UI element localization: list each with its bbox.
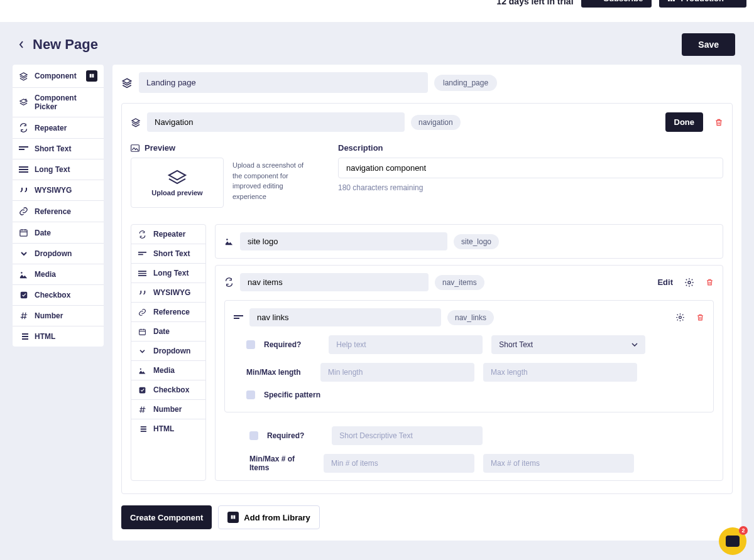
create-component-button[interactable]: Create Component [121, 505, 212, 529]
done-button[interactable]: Done [665, 112, 704, 132]
chars-remaining: 180 characters remaining [338, 183, 723, 192]
subscribe-label: Subscribe [604, 0, 643, 3]
field-site-logo: site_logo [215, 224, 723, 259]
upload-preview-box[interactable]: Upload preview [131, 158, 224, 208]
descriptive-text-input[interactable] [332, 426, 483, 445]
chat-badge: 2 [739, 526, 748, 535]
page-slug: landing_page [434, 75, 497, 91]
field-slug: site_logo [454, 234, 499, 249]
chat-button[interactable]: 2 [719, 527, 746, 555]
required-checkbox[interactable] [246, 340, 255, 349]
description-label: Description [338, 143, 723, 153]
max-length-input[interactable] [483, 363, 637, 382]
checkbox-icon [138, 386, 147, 394]
environment-label: Production [680, 0, 724, 3]
list-icon [138, 426, 147, 433]
palette-label: Checkbox [153, 385, 189, 394]
inner-palette-media[interactable]: Media [131, 361, 205, 380]
palette-component-picker[interactable]: Component Picker [13, 88, 104, 117]
hash-icon [138, 406, 147, 414]
repeat-icon [138, 230, 147, 239]
field-name-input[interactable] [240, 273, 429, 291]
palette-label: Number [153, 405, 182, 414]
palette-label: Repeater [153, 230, 185, 239]
inner-palette-reference[interactable]: Reference [131, 303, 205, 322]
field-name-input[interactable] [240, 232, 447, 250]
palette-number[interactable]: Number [13, 306, 104, 326]
field-slug: nav_items [435, 275, 484, 290]
help-text-input[interactable] [329, 335, 483, 354]
inner-palette-long-text[interactable]: Long Text [131, 264, 205, 283]
palette-label: Reference [35, 207, 71, 216]
hash-icon [19, 311, 28, 320]
palette-component[interactable]: Component [19, 72, 77, 81]
layers-icon [121, 77, 133, 89]
palette-media[interactable]: Media [13, 264, 104, 285]
palette-repeater[interactable]: Repeater [13, 117, 104, 139]
palette-label: Media [35, 270, 56, 279]
inner-palette-date[interactable]: Date [131, 322, 205, 342]
inner-palette-short-text[interactable]: Short Text [131, 244, 205, 264]
palette-html[interactable]: HTML [13, 326, 104, 347]
gear-icon[interactable] [684, 277, 694, 288]
image-icon [19, 271, 28, 279]
min-length-input[interactable] [320, 363, 474, 382]
field-name-input[interactable] [249, 308, 441, 326]
pattern-checkbox[interactable] [246, 390, 255, 399]
back-icon[interactable] [19, 40, 24, 49]
palette-checkbox[interactable]: Checkbox [13, 285, 104, 306]
palette-date[interactable]: Date [13, 222, 104, 244]
image-icon [131, 144, 139, 152]
svg-rect-6 [139, 387, 146, 393]
save-button[interactable]: Save [682, 33, 735, 56]
edit-link[interactable]: Edit [657, 277, 673, 287]
link-icon [138, 308, 147, 316]
quote-icon [138, 289, 147, 296]
description-input[interactable] [338, 158, 723, 178]
environment-dropdown[interactable]: Production [659, 0, 746, 8]
min-items-input[interactable] [324, 454, 474, 473]
palette-label: WYSIWYG [153, 288, 190, 297]
required-checkbox[interactable] [249, 431, 258, 440]
palette-label: Checkbox [35, 291, 70, 299]
palette-reference[interactable]: Reference [13, 201, 104, 222]
component-name-input[interactable] [147, 112, 405, 132]
delete-icon[interactable] [696, 313, 704, 322]
image-icon [224, 237, 234, 245]
subscribe-button[interactable]: Subscribe [581, 0, 652, 8]
gear-icon[interactable] [675, 313, 685, 322]
svg-rect-4 [139, 329, 146, 335]
inner-palette-dropdown[interactable]: Dropdown [131, 342, 205, 361]
palette-label: Component Picker [35, 94, 97, 111]
inner-palette-html[interactable]: HTML [131, 419, 205, 438]
delete-icon[interactable] [706, 277, 714, 287]
palette-label: Dropdown [35, 249, 72, 258]
palette-label: Media [153, 366, 175, 375]
grid-icon [668, 0, 675, 1]
chevron-down-icon [19, 251, 28, 256]
required-label: Required? [267, 431, 304, 440]
palette-long-text[interactable]: Long Text [13, 159, 104, 180]
delete-icon[interactable] [714, 117, 723, 127]
upload-hint: Upload a screenshot of the component for… [232, 158, 314, 202]
svg-point-5 [140, 368, 141, 369]
palette-label: Repeater [35, 124, 67, 132]
component-slug: navigation [411, 115, 461, 130]
repeat-icon [19, 123, 28, 132]
palette-label: HTML [153, 424, 174, 433]
page-name-input[interactable] [139, 72, 428, 93]
inner-palette-checkbox[interactable]: Checkbox [131, 380, 205, 400]
svg-point-9 [679, 316, 682, 319]
inner-palette-repeater[interactable]: Repeater [131, 225, 205, 244]
field-type-select[interactable]: Short Text [491, 335, 645, 354]
library-icon[interactable] [86, 70, 97, 82]
chevron-down-icon [138, 349, 147, 353]
palette-short-text[interactable]: Short Text [13, 139, 104, 159]
inner-palette-number[interactable]: Number [131, 400, 205, 419]
inner-palette-wysiwyg[interactable]: WYSIWYG [131, 283, 205, 303]
palette-dropdown[interactable]: Dropdown [13, 244, 104, 264]
max-items-input[interactable] [483, 454, 634, 473]
add-from-library-button[interactable]: Add from Library [218, 505, 319, 529]
palette-label: HTML [35, 332, 55, 341]
palette-wysiwyg[interactable]: WYSIWYG [13, 180, 104, 201]
